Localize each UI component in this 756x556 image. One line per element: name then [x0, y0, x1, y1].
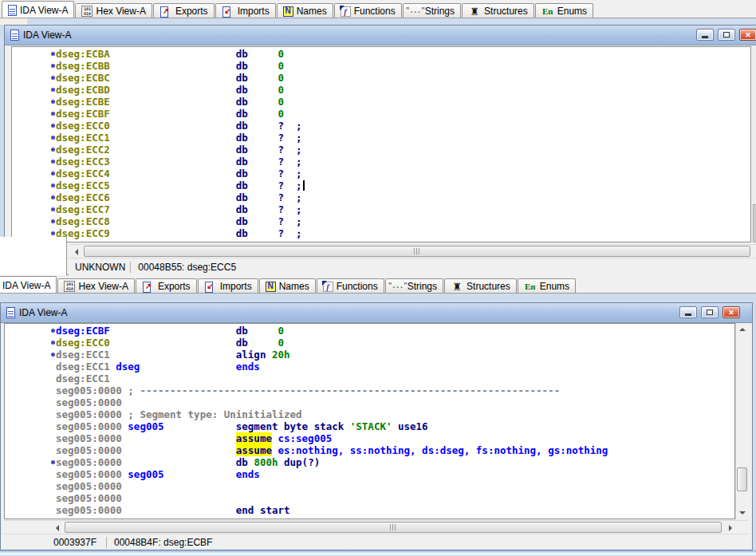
scroll-thumb[interactable] — [737, 467, 747, 491]
disasm-line[interactable]: seg005:0000 seg005 ends — [56, 468, 734, 480]
tab-label: Structures — [484, 6, 528, 17]
tab-functions[interactable]: fFunctions — [317, 278, 384, 294]
disasm-line[interactable]: dseg:ECBC db 0 — [56, 72, 750, 84]
close-button[interactable]: ✕ — [739, 29, 756, 41]
scroll-down-button[interactable] — [736, 507, 749, 519]
disasm-line[interactable]: dseg:ECC8 db ? ; — [56, 215, 750, 227]
tab-exports[interactable]: ↗Exports — [153, 3, 215, 18]
tab-exports[interactable]: ↗Exports — [136, 278, 197, 294]
disasm-line[interactable]: dseg:ECBE db 0 — [56, 96, 750, 108]
tab-structures[interactable]: ♜Structures — [462, 3, 534, 18]
imports-icon: ↙ — [222, 6, 234, 18]
left-arrow-icon — [72, 249, 78, 255]
line-dot-icon — [51, 195, 55, 199]
restore-button[interactable] — [718, 29, 735, 41]
disasm-line[interactable]: dseg:ECC0 db ? ; — [56, 120, 750, 132]
tab-ida-view-a[interactable]: IDA View-A — [2, 1, 74, 18]
tab-enums[interactable]: EnEnums — [535, 3, 593, 18]
window-titlebar[interactable]: IDA View-A ✕ — [5, 26, 756, 45]
disasm-line[interactable]: dseg:ECBA db 0 — [56, 48, 750, 60]
scroll-left-button[interactable] — [69, 246, 82, 258]
disasm-line[interactable]: seg005:0000 — [56, 396, 734, 408]
tab-imports[interactable]: ↙Imports — [198, 278, 258, 294]
line-dot-icon — [51, 341, 55, 345]
status-mode: UNKNOWN — [75, 262, 125, 273]
status-separator — [106, 537, 107, 548]
scroll-left-button[interactable] — [50, 522, 63, 534]
structures-icon: ♜ — [451, 281, 463, 293]
disasm-line[interactable]: seg005:0000 — [56, 492, 734, 504]
left-arrow-icon — [53, 525, 59, 531]
disasm-line[interactable]: dseg:ECC1 dseg ends — [56, 361, 734, 373]
tab-imports[interactable]: ↙Imports — [215, 3, 276, 18]
disasm-line[interactable]: dseg:ECBD db 0 — [56, 84, 750, 96]
vertical-scrollbar[interactable] — [735, 323, 748, 519]
disasm-line[interactable]: seg005:0000 ; Segment type: Uninitialize… — [56, 408, 734, 420]
minimize-button[interactable] — [696, 29, 714, 41]
disasm-line[interactable]: seg005:0000 assume cs:seg005 — [56, 432, 734, 444]
tab-hex-view-a[interactable]: 101010Hex View-A — [75, 3, 152, 18]
scroll-thumb[interactable] — [753, 204, 756, 243]
scroll-up-button[interactable] — [736, 323, 749, 335]
disasm-line[interactable]: seg005:0000 end start — [56, 504, 734, 516]
restore-icon — [723, 32, 730, 37]
disasm-line[interactable]: dseg:ECC4 db ? ; — [56, 168, 750, 179]
up-arrow-icon — [739, 325, 746, 331]
disasm-line[interactable]: dseg:ECC5 db ? ; — [56, 179, 750, 191]
disasm-line[interactable]: dseg:ECC1 db ? ; — [56, 132, 750, 144]
strings-icon: "..." — [409, 6, 422, 18]
minimize-button[interactable] — [679, 306, 697, 318]
disasm-line[interactable]: dseg:ECC3 db ? ; — [56, 156, 750, 168]
scroll-right-button[interactable] — [724, 522, 737, 534]
hex-icon: 101010 — [81, 6, 93, 17]
tab-names[interactable]: NNames — [259, 278, 316, 294]
line-dot-icon — [51, 136, 55, 140]
line-dot-icon — [51, 160, 55, 164]
line-dot-icon — [51, 112, 55, 116]
enums-icon: En — [524, 281, 537, 293]
tab-strings[interactable]: "..."Strings — [403, 3, 461, 18]
disasm-line[interactable]: seg005:0000 assume es:nothing, ss:nothin… — [56, 444, 734, 456]
disassembly-view[interactable]: dseg:ECBA db 0dseg:ECBB db 0dseg:ECBC db… — [11, 46, 751, 243]
close-button[interactable]: ✕ — [723, 306, 740, 318]
disasm-line[interactable]: dseg:ECBF db 0 — [56, 108, 750, 120]
vertical-scrollbar-partial[interactable] — [752, 46, 756, 243]
line-dot-icon — [51, 148, 55, 152]
tab-label: Functions — [337, 281, 378, 292]
tab-names[interactable]: NNames — [277, 3, 333, 18]
line-dot-icon — [51, 207, 55, 211]
close-icon: ✕ — [728, 309, 734, 317]
line-dot-icon — [51, 460, 55, 464]
scroll-thumb[interactable] — [84, 246, 750, 257]
disassembly-view[interactable]: dseg:ECBF db 0dseg:ECC0 db 0dseg:ECC1 al… — [4, 323, 735, 519]
disasm-line[interactable]: dseg:ECC7 db ? ; — [56, 203, 750, 215]
disasm-line[interactable]: dseg:ECC6 db ? ; — [56, 191, 750, 203]
disasm-line[interactable]: dseg:ECC1 — [56, 373, 734, 384]
close-icon: ✕ — [745, 31, 751, 39]
tab-label: Hex View-A — [96, 6, 145, 17]
horizontal-scrollbar[interactable] — [4, 520, 748, 534]
horizontal-scrollbar[interactable] — [69, 244, 756, 258]
disasm-line[interactable]: dseg:ECBB db 0 — [56, 60, 750, 72]
tab-structures[interactable]: ♜Structures — [444, 278, 517, 294]
disasm-line[interactable]: dseg:ECC0 db 0 — [56, 337, 734, 349]
scroll-thumb[interactable] — [65, 522, 722, 533]
disasm-line[interactable]: seg005:0000 ; --------------------------… — [56, 384, 734, 396]
window-titlebar[interactable]: IDA View-A ✕ — [1, 303, 752, 323]
disasm-line[interactable]: dseg:ECC2 db ? ; — [56, 144, 750, 156]
tab-label: Exports — [175, 6, 208, 17]
disasm-line[interactable]: seg005:0000 db 800h dup(?) — [56, 456, 734, 468]
disasm-line[interactable]: seg005:0000 — [56, 480, 734, 492]
restore-icon — [707, 310, 713, 315]
disasm-line[interactable]: dseg:ECC1 align 20h — [56, 349, 734, 361]
tab-label: Enums — [540, 281, 569, 292]
tab-ida-view-a[interactable]: IDA View-A — [0, 276, 57, 294]
tab-functions[interactable]: fFunctions — [334, 3, 402, 18]
disasm-line[interactable]: dseg:ECBF db 0 — [56, 325, 734, 337]
tab-strings[interactable]: "..."Strings — [385, 278, 443, 294]
disasm-line[interactable]: dseg:ECC9 db ? ; — [56, 227, 750, 239]
tab-hex-view-a[interactable]: 101010Hex View-A — [57, 278, 134, 294]
tab-enums[interactable]: EnEnums — [518, 278, 576, 294]
restore-button[interactable] — [701, 306, 719, 318]
disasm-line[interactable]: seg005:0000 seg005 segment byte stack 'S… — [56, 420, 734, 432]
